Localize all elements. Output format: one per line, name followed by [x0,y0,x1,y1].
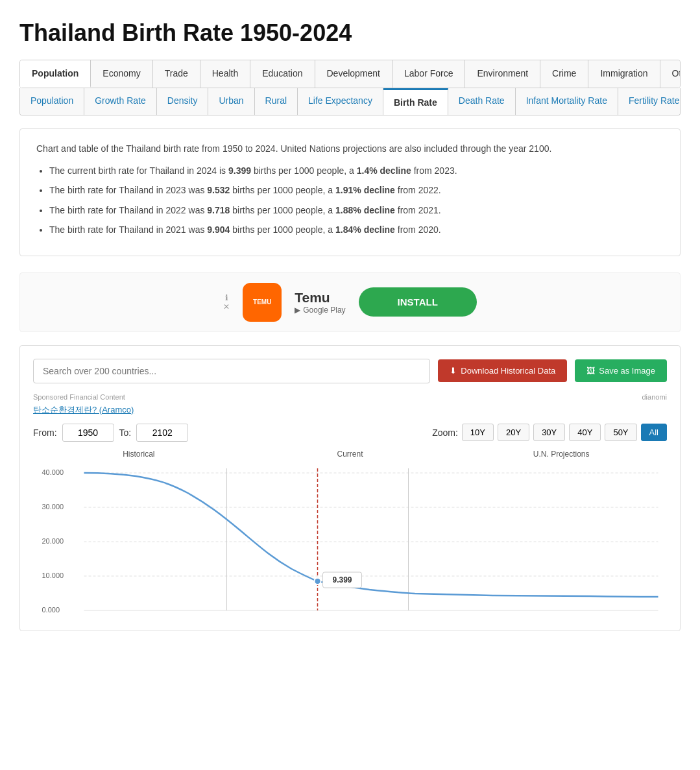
y-label-20: 20.000 [42,537,64,545]
birth-rate-chart: 40.000 30.000 20.000 10.000 0.000 Births… [33,462,667,631]
tab-immigration[interactable]: Immigration [588,60,660,88]
zoom-30y[interactable]: 30Y [533,424,565,441]
nav-tabs-secondary: Population Growth Rate Density Urban Rur… [19,88,681,115]
ad-temu-logo: TEMU [243,283,282,322]
chart-controls: From: To: Zoom: 10Y 20Y 30Y 40Y 50Y All [33,424,667,442]
tab-birth-rate[interactable]: Birth Rate [383,88,448,115]
page-title: Thailand Birth Rate 1950-2024 [19,19,681,47]
tab-density[interactable]: Density [157,88,209,115]
current-dot [315,578,321,584]
date-range-controls: From: To: [33,424,188,442]
zoom-label: Zoom: [432,427,458,438]
bullet-2024: The current birth rate for Thailand in 2… [49,163,664,178]
ad-store: ▶ Google Play [295,306,345,315]
y-label-30: 30.000 [42,503,64,511]
birth-rate-line [84,473,658,597]
tab-trade[interactable]: Trade [153,60,200,88]
chart-container: ⬇ Download Historical Data 🖼 Save as Ima… [19,345,681,631]
zoom-40y[interactable]: 40Y [569,424,601,441]
sponsored-row: Sponsored Financial Content dianomi [33,393,667,401]
nav-tabs-primary: Population Economy Trade Health Educatio… [19,60,681,88]
zoom-controls: Zoom: 10Y 20Y 30Y 40Y 50Y All [432,424,667,441]
bullet-2023: The birth rate for Thailand in 2023 was … [49,183,664,197]
chart-toolbar: ⬇ Download Historical Data 🖼 Save as Ima… [33,359,667,383]
tab-urban[interactable]: Urban [208,88,254,115]
ad-info-icon: ℹ ✕ [223,293,230,311]
label-current: Current [245,450,456,459]
tab-population-sub[interactable]: Population [20,88,84,115]
ad-temu-text: Temu ▶ Google Play [295,290,345,315]
tooltip-value: 9.399 [332,575,352,584]
tab-health[interactable]: Health [200,60,250,88]
tab-rural[interactable]: Rural [255,88,298,115]
ad-install-button[interactable]: INSTALL [359,287,477,317]
zoom-all[interactable]: All [641,424,667,441]
bullet-2022: The birth rate for Thailand in 2022 was … [49,203,664,217]
info-box: Chart and table of the Thailand birth ra… [19,128,681,256]
chart-section-labels: Historical Current U.N. Projections [33,450,667,459]
y-label-0: 0.000 [42,606,60,614]
tab-education[interactable]: Education [250,60,315,88]
info-description: Chart and table of the Thailand birth ra… [36,142,664,156]
tab-death-rate[interactable]: Death Rate [448,88,516,115]
bullet-2021: The birth rate for Thailand in 2021 was … [49,223,664,237]
tab-growth-rate[interactable]: Growth Rate [84,88,157,115]
search-input[interactable] [33,359,430,383]
label-projections: U.N. Projections [455,450,667,459]
sponsored-link-row: 탄소순환경제란? (Aramco) [33,403,667,416]
tab-labor-force[interactable]: Labor Force [392,60,465,88]
tab-environment[interactable]: Environment [465,60,540,88]
save-icon: 🖼 [586,366,595,376]
sponsored-link[interactable]: 탄소순환경제란? (Aramco) [33,405,134,415]
dianomi-logo: dianomi [642,393,667,401]
download-icon: ⬇ [450,366,457,376]
save-button[interactable]: 🖼 Save as Image [575,359,667,382]
info-bullets: The current birth rate for Thailand in 2… [36,163,664,237]
zoom-50y[interactable]: 50Y [605,424,636,441]
to-label: To: [119,427,132,438]
tab-infant-mortality[interactable]: Infant Mortality Rate [516,88,618,115]
download-button[interactable]: ⬇ Download Historical Data [438,359,567,382]
ad-banner: ℹ ✕ TEMU Temu ▶ Google Play INSTALL [19,272,681,332]
tab-fertility-rate[interactable]: Fertility Rate [618,88,681,115]
zoom-10y[interactable]: 10Y [462,424,494,441]
chart-svg-container: 40.000 30.000 20.000 10.000 0.000 Births… [33,462,667,618]
label-historical: Historical [33,450,245,459]
y-label-10: 10.000 [42,571,64,579]
tab-life-expectancy[interactable]: Life Expectancy [298,88,383,115]
tab-other[interactable]: Other [660,60,681,88]
sponsored-label: Sponsored Financial Content [33,393,125,401]
tab-population[interactable]: Population [20,60,91,88]
to-input[interactable] [136,424,188,442]
ad-app-name: Temu [295,290,345,306]
y-label-40: 40.000 [42,468,64,476]
tab-economy[interactable]: Economy [91,60,152,88]
zoom-20y[interactable]: 20Y [498,424,529,441]
tab-development[interactable]: Development [315,60,393,88]
from-input[interactable] [62,424,114,442]
from-label: From: [33,427,57,438]
tab-crime[interactable]: Crime [540,60,588,88]
